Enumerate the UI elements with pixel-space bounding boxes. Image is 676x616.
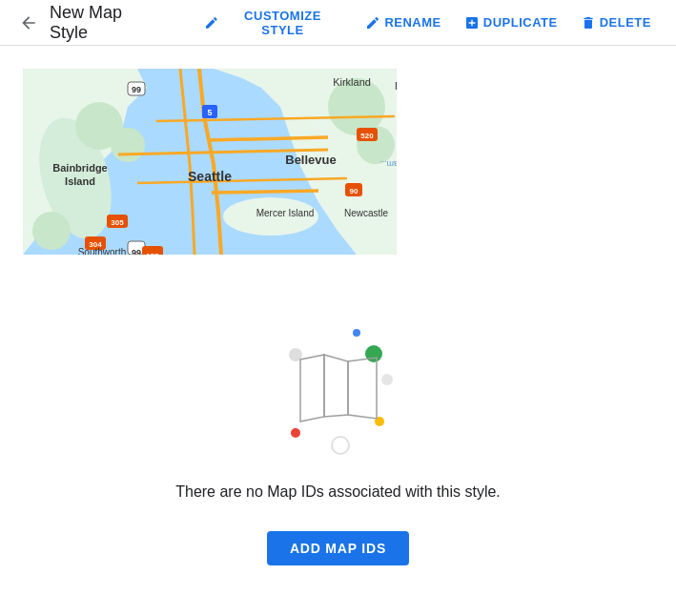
svg-text:155: 155 bbox=[146, 252, 159, 255]
pencil-icon bbox=[204, 15, 219, 31]
svg-text:Kirkland: Kirkland bbox=[333, 76, 371, 88]
back-button[interactable] bbox=[15, 10, 42, 36]
svg-text:Redmond: Redmond bbox=[395, 80, 397, 92]
add-map-ids-button[interactable]: ADD MAP IDS bbox=[267, 531, 409, 565]
svg-text:99: 99 bbox=[132, 85, 141, 94]
delete-label: DELETE bbox=[600, 15, 651, 30]
map-fold-svg bbox=[296, 350, 381, 426]
rename-icon bbox=[365, 15, 380, 31]
svg-text:Newcastle: Newcastle bbox=[344, 208, 389, 218]
rename-button[interactable]: RENAME bbox=[356, 10, 450, 36]
svg-text:Seattle: Seattle bbox=[188, 169, 232, 184]
svg-text:Mercer Island: Mercer Island bbox=[256, 208, 315, 218]
header: New Map Style CUSTOMIZE STYLE RENAME DUP… bbox=[0, 0, 676, 46]
empty-message: There are no Map IDs associated with thi… bbox=[175, 483, 501, 501]
duplicate-label: DUPLICATE bbox=[483, 15, 558, 30]
svg-text:Bainbridge: Bainbridge bbox=[52, 162, 107, 174]
delete-button[interactable]: DELETE bbox=[571, 10, 661, 36]
svg-text:5: 5 bbox=[207, 108, 212, 117]
map-thumbnail: 99 99 5 520 90 305 304 155 Bainbridge Is bbox=[23, 69, 397, 255]
dot-gray-2 bbox=[381, 374, 393, 385]
svg-text:Island: Island bbox=[65, 175, 95, 187]
duplicate-icon bbox=[464, 15, 480, 31]
header-actions: CUSTOMIZE STYLE RENAME DUPLICATE DELETE bbox=[195, 3, 661, 43]
dot-white-circle bbox=[331, 436, 350, 455]
svg-text:305: 305 bbox=[111, 218, 124, 227]
page-title: New Map Style bbox=[50, 3, 164, 43]
customize-style-button[interactable]: CUSTOMIZE STYLE bbox=[195, 3, 352, 43]
empty-state: There are no Map IDs associated with thi… bbox=[23, 293, 653, 585]
rename-label: RENAME bbox=[384, 15, 440, 30]
svg-text:99: 99 bbox=[132, 248, 141, 255]
svg-text:Southworth: Southworth bbox=[78, 247, 127, 255]
svg-text:90: 90 bbox=[350, 187, 358, 195]
duplicate-button[interactable]: DUPLICATE bbox=[455, 10, 567, 36]
trash-icon bbox=[581, 15, 596, 31]
svg-text:Lake Sam...: Lake Sam... bbox=[379, 159, 397, 169]
map-illustration bbox=[262, 312, 415, 464]
svg-point-9 bbox=[32, 212, 71, 250]
svg-point-6 bbox=[111, 128, 145, 162]
svg-text:520: 520 bbox=[360, 132, 374, 140]
dot-blue-small bbox=[353, 329, 360, 337]
svg-text:Bellevue: Bellevue bbox=[285, 153, 336, 167]
main-content: 99 99 5 520 90 305 304 155 Bainbridge Is bbox=[0, 46, 676, 607]
customize-style-label: CUSTOMIZE STYLE bbox=[223, 9, 343, 37]
dot-red bbox=[291, 428, 300, 438]
